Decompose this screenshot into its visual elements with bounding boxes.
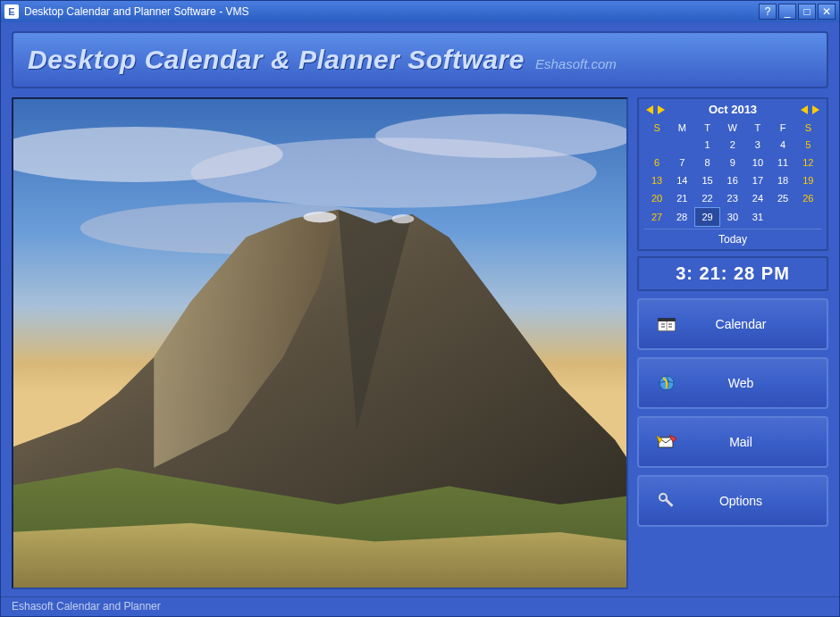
calendar-day-cell[interactable]: 5	[795, 136, 820, 154]
calendar-day-cell[interactable]: 4	[770, 136, 795, 154]
calendar-day-cell[interactable]: 19	[795, 171, 820, 189]
calendar-day-cell[interactable]: 22	[694, 189, 719, 208]
calendar-day-cell[interactable]: 1	[694, 136, 719, 154]
calendar-grid: SMTWTFS 12345678910111213141516171819202…	[644, 120, 821, 227]
calendar-day-cell[interactable]: 18	[770, 171, 795, 189]
mail-button[interactable]: Mail	[637, 416, 828, 468]
calendar-day-cell[interactable]: 23	[720, 189, 745, 208]
calendar-day-cell[interactable]: 31	[745, 208, 770, 227]
calendar-day-cell[interactable]: 26	[795, 189, 820, 208]
svg-rect-12	[658, 319, 676, 321]
calendar-day-cell[interactable]: 13	[644, 171, 669, 189]
svg-marker-7	[646, 105, 653, 114]
calendar-day-cell[interactable]: 10	[745, 154, 770, 171]
calendar-day-cell[interactable]: 28	[669, 208, 694, 227]
titlebar: E Desktop Calendar and Planner Software …	[1, 1, 839, 22]
app-icon: E	[4, 4, 19, 19]
options-button[interactable]: Options	[637, 475, 828, 527]
help-button[interactable]: ?	[759, 4, 777, 20]
prev-year-icon[interactable]	[644, 104, 655, 115]
calendar-day-cell[interactable]: 20	[644, 189, 669, 208]
clock-widget: 3: 21: 28 PM	[637, 256, 828, 291]
svg-point-23	[662, 496, 665, 499]
banner: Desktop Calendar & Planner Software Esha…	[12, 31, 828, 88]
calendar-day-header: W	[720, 120, 745, 136]
window-title: Desktop Calendar and Planner Software - …	[24, 5, 757, 18]
statusbar: Eshasoft Calendar and Planner	[1, 596, 839, 616]
calendar-day-cell	[644, 136, 669, 154]
calendar-day-cell[interactable]: 24	[745, 189, 770, 208]
mail-button-label: Mail	[678, 435, 827, 449]
svg-point-6	[392, 214, 415, 223]
svg-marker-8	[658, 105, 665, 114]
calendar-day-header: F	[770, 120, 795, 136]
web-button[interactable]: Web	[637, 357, 828, 409]
minimize-button[interactable]: _	[778, 4, 796, 20]
calendar-day-cell[interactable]: 12	[795, 154, 820, 171]
calendar-day-cell[interactable]: 27	[644, 208, 669, 227]
calendar-button-label: Calendar	[678, 317, 827, 331]
next-month-icon[interactable]	[811, 104, 821, 115]
maximize-button[interactable]: □	[798, 4, 816, 20]
web-icon	[655, 374, 678, 392]
calendar-day-cell[interactable]: 30	[720, 208, 745, 227]
calendar-day-cell[interactable]: 16	[720, 171, 745, 189]
calendar-month-title: Oct 2013	[709, 103, 757, 116]
status-text: Eshasoft Calendar and Planner	[12, 600, 161, 613]
calendar-day-cell[interactable]: 8	[694, 154, 719, 171]
calendar-day-header: T	[694, 120, 719, 136]
image-panel	[12, 97, 628, 589]
svg-rect-24	[665, 498, 674, 507]
calendar-day-cell[interactable]: 15	[694, 171, 719, 189]
calendar-day-cell[interactable]: 21	[669, 189, 694, 208]
calendar-day-cell[interactable]: 2	[720, 136, 745, 154]
calendar-widget: Oct 2013 SMTWTFS 12345678910111213141516…	[637, 97, 828, 251]
banner-title: Desktop Calendar & Planner Software	[28, 45, 525, 75]
calendar-icon	[655, 317, 678, 331]
clock-time: 3: 21: 28 PM	[639, 263, 827, 284]
today-button[interactable]: Today	[644, 229, 821, 247]
calendar-day-header: T	[745, 120, 770, 136]
close-button[interactable]: ✕	[818, 4, 836, 20]
svg-point-4	[375, 114, 626, 159]
calendar-day-cell[interactable]: 14	[669, 171, 694, 189]
calendar-day-header: S	[795, 120, 820, 136]
web-button-label: Web	[678, 376, 827, 390]
options-icon	[655, 492, 678, 510]
calendar-day-cell	[795, 208, 820, 227]
calendar-day-header: M	[669, 120, 694, 136]
calendar-button[interactable]: Calendar	[637, 298, 828, 350]
calendar-day-header: S	[644, 120, 669, 136]
svg-point-5	[303, 212, 336, 222]
calendar-day-cell[interactable]: 29	[694, 208, 719, 227]
options-button-label: Options	[678, 494, 827, 508]
prev-month-icon[interactable]	[799, 104, 810, 115]
banner-subtitle: Eshasoft.com	[535, 56, 617, 71]
calendar-day-cell[interactable]: 9	[720, 154, 745, 171]
calendar-day-cell	[770, 208, 795, 227]
calendar-day-cell[interactable]: 17	[745, 171, 770, 189]
calendar-day-cell	[669, 136, 694, 154]
mountain-image	[13, 99, 626, 588]
calendar-day-cell[interactable]: 11	[770, 154, 795, 171]
svg-marker-9	[801, 105, 808, 114]
mail-icon	[655, 434, 678, 450]
calendar-day-cell[interactable]: 7	[669, 154, 694, 171]
calendar-day-cell[interactable]: 3	[745, 136, 770, 154]
next-year-icon[interactable]	[656, 104, 667, 115]
svg-marker-10	[812, 105, 819, 114]
calendar-day-cell[interactable]: 6	[644, 154, 669, 171]
calendar-day-cell[interactable]: 25	[770, 189, 795, 208]
